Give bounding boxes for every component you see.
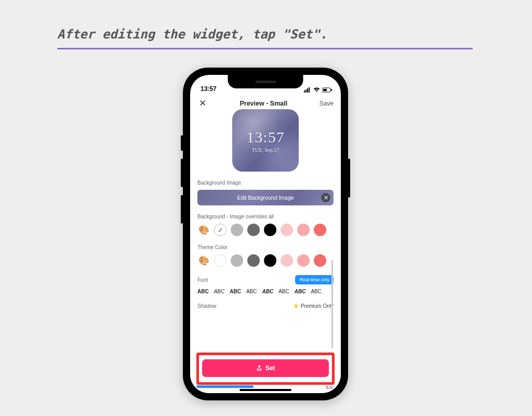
font-options: ABC ABC ABC ABC ABC ABC ABC ABC <box>197 289 334 294</box>
theme-swatch[interactable] <box>314 254 326 267</box>
bg-swatch[interactable] <box>314 224 326 236</box>
phone-notch <box>228 75 303 88</box>
edit-background-label: Edit Background Image <box>237 194 294 201</box>
shadow-row-head: Shadow ♛ Premium Only <box>197 303 334 309</box>
realtime-badge[interactable]: Real-time only <box>295 275 334 284</box>
theme-swatches: 🎨 <box>197 254 334 267</box>
home-indicator[interactable] <box>240 389 291 391</box>
tutorial-highlight: Set <box>196 353 335 385</box>
remove-bg-icon[interactable]: ✕ <box>321 193 330 202</box>
page-title: Preview - Small <box>240 100 287 107</box>
theme-swatch[interactable] <box>281 254 293 267</box>
battery-icon <box>322 87 332 93</box>
font-option[interactable]: ABC <box>246 289 257 294</box>
font-option[interactable]: ABC <box>262 289 273 294</box>
font-option[interactable]: ABC <box>230 289 241 294</box>
wifi-icon <box>313 87 320 93</box>
bg-swatch[interactable] <box>231 224 243 236</box>
palette-icon[interactable]: 🎨 <box>197 255 210 266</box>
theme-swatch[interactable] <box>214 254 227 267</box>
theme-swatch[interactable] <box>247 254 260 267</box>
svg-rect-1 <box>305 89 307 93</box>
instruction-underline <box>57 48 473 49</box>
theme-swatch[interactable] <box>264 254 276 267</box>
svg-rect-3 <box>309 87 310 93</box>
premium-badge: ♛ Premium Only <box>294 303 334 309</box>
corner-number: 5.0 <box>326 385 332 390</box>
palette-icon[interactable]: 🎨 <box>197 225 210 236</box>
instruction-text: After editing the widget, tap "Set". <box>57 27 473 48</box>
bg-swatch[interactable] <box>281 224 293 236</box>
status-icons <box>304 87 332 93</box>
bg-swatch[interactable] <box>247 224 260 236</box>
font-option[interactable]: ABC <box>197 289 209 294</box>
svg-rect-0 <box>304 90 305 93</box>
shadow-label: Shadow <box>197 303 216 309</box>
set-button[interactable]: Set <box>202 359 329 377</box>
close-icon[interactable]: ✕ <box>197 99 208 108</box>
set-button-label: Set <box>265 365 275 372</box>
save-button[interactable]: Save <box>320 100 334 107</box>
font-option[interactable]: ABC <box>278 289 289 294</box>
widget-date: TUE, Sep.17 <box>252 147 279 153</box>
bg-image-label: Background Image <box>197 180 334 186</box>
font-option[interactable]: ABC <box>295 289 306 294</box>
instruction-block: After editing the widget, tap "Set". <box>57 27 473 49</box>
status-time: 13:57 <box>201 85 217 93</box>
phone-screen: 13:57 ✕ Preview - Small Save 13:57 TUE, … <box>190 75 341 393</box>
svg-rect-5 <box>323 89 327 91</box>
widget-preview[interactable]: 13:57 TUE, Sep.17 <box>232 109 299 172</box>
bg-swatches: 🎨 ✓ <box>197 224 334 236</box>
bg-swatch[interactable] <box>264 224 276 236</box>
widget-preview-wrap: 13:57 TUE, Sep.17 <box>197 109 334 172</box>
svg-rect-2 <box>307 88 308 93</box>
font-label: Font <box>197 277 208 283</box>
content-area: 13:57 TUE, Sep.17 Background Image Edit … <box>190 107 341 393</box>
crown-icon: ♛ <box>294 303 299 309</box>
bg-swatch-selected[interactable]: ✓ <box>214 224 227 236</box>
export-icon <box>256 365 262 371</box>
progress-strip <box>196 385 254 388</box>
widget-time: 13:57 <box>246 128 284 146</box>
font-option[interactable]: ABC <box>214 289 225 294</box>
theme-color-label: Theme Color <box>197 244 334 250</box>
edit-background-button[interactable]: Edit Background Image ✕ <box>197 190 334 205</box>
bg-swatch[interactable] <box>297 224 310 236</box>
font-row-head: Font Real-time only <box>197 275 334 284</box>
svg-rect-6 <box>331 89 332 91</box>
signal-icon <box>304 87 311 93</box>
bottom-bar: Set 5.0 <box>190 348 341 393</box>
font-option[interactable]: ABC <box>311 289 322 294</box>
theme-swatch[interactable] <box>231 254 243 267</box>
bg-override-label: Background - Image overrides all <box>197 214 334 219</box>
phone-frame: 13:57 ✕ Preview - Small Save 13:57 TUE, … <box>183 68 348 400</box>
theme-swatch[interactable] <box>297 254 310 267</box>
premium-label: Premium Only <box>301 303 334 309</box>
